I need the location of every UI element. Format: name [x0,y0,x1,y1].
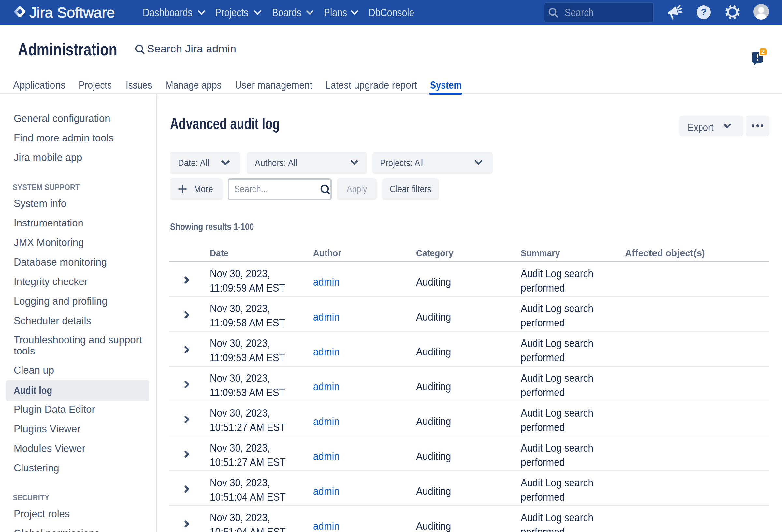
svg-text:?: ? [701,7,707,17]
